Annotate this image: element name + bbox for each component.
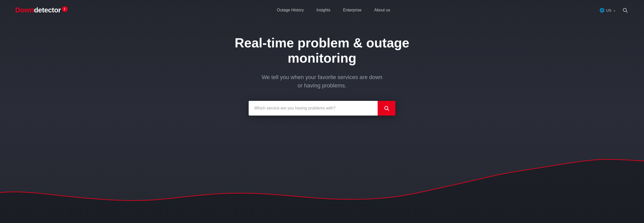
nav-link-enterprise[interactable]: Enterprise: [343, 8, 361, 12]
nav-right: 🌐 US ⌄: [599, 6, 629, 14]
nav-item-enterprise[interactable]: Enterprise: [343, 8, 361, 12]
hero-section: Real-time problem & outage monitoring We…: [0, 20, 644, 126]
page-wrapper: Downdetector! Outage History Insights En…: [0, 0, 644, 223]
hero-subtitle: We tell you when your favorite services …: [262, 73, 382, 90]
logo-down: Down: [15, 6, 34, 14]
wave-svg: [0, 137, 644, 223]
hero-title: Real-time problem & outage monitoring: [208, 35, 436, 66]
nav-link-about-us[interactable]: About us: [374, 8, 390, 12]
chevron-down-icon: ⌄: [613, 8, 616, 12]
nav-item-about-us[interactable]: About us: [374, 8, 390, 12]
navbar: Downdetector! Outage History Insights En…: [0, 0, 644, 20]
nav-item-insights[interactable]: Insights: [316, 8, 330, 12]
globe-icon: 🌐: [599, 8, 605, 13]
region-label: US: [606, 8, 611, 12]
nav-link-insights[interactable]: Insights: [316, 8, 330, 12]
svg-line-1: [626, 11, 627, 12]
nav-item-outage-history[interactable]: Outage History: [277, 8, 304, 12]
search-container: [249, 101, 395, 116]
nav-search-button[interactable]: [621, 6, 629, 14]
logo-badge: !: [62, 6, 68, 12]
region-selector[interactable]: 🌐 US ⌄: [599, 8, 616, 13]
nav-links: Outage History Insights Enterprise About…: [277, 8, 390, 12]
nav-link-outage-history[interactable]: Outage History: [277, 8, 304, 12]
logo[interactable]: Downdetector!: [15, 6, 68, 14]
wave-chart: [0, 137, 644, 223]
search-button[interactable]: [378, 101, 395, 116]
search-input[interactable]: [249, 101, 378, 116]
search-submit-icon: [384, 105, 389, 111]
logo-detector: detector: [34, 6, 61, 14]
search-icon: [622, 7, 628, 13]
svg-line-3: [388, 109, 389, 110]
